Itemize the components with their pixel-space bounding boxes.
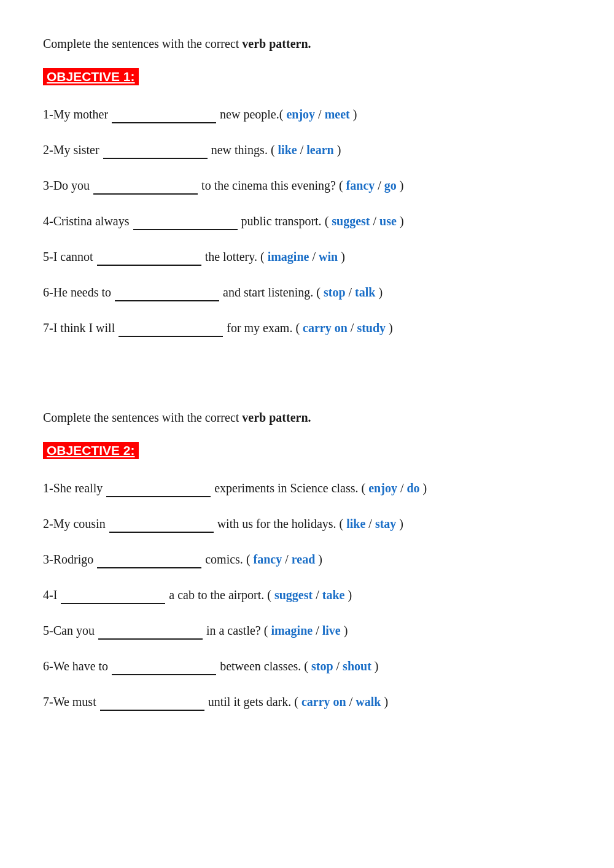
opt-open: ( [268,143,278,157]
option-word1[interactable]: enjoy [286,107,315,121]
sentence-suffix: until it gets dark. [208,695,292,708]
sentence-suffix: and start listening. [223,285,313,299]
opt-close: ) [397,214,404,228]
options-wrapper: ( stop / shout ) [301,659,378,673]
sentence-prefix: 5-Can you [43,624,95,637]
options-wrapper: ( like / learn ) [268,143,341,157]
sentence-suffix: the lottery. [205,250,257,263]
option-word2[interactable]: talk [355,285,375,299]
option-word1[interactable]: imagine [271,624,313,637]
option-word1[interactable]: fancy [346,179,375,192]
option-word2[interactable]: use [379,214,397,228]
opt-close: ) [338,250,345,263]
option-word1[interactable]: stop [324,285,346,299]
answer-blank[interactable] [100,691,204,711]
option-word1[interactable]: suggest [332,214,370,228]
sentence-item-1-5: 5-I cannot the lottery. ( imagine / win … [43,246,571,266]
option-word2[interactable]: do [406,481,419,495]
option-word2[interactable]: win [319,250,338,263]
answer-blank[interactable] [106,478,211,497]
opt-slash: / [333,659,343,673]
option-word1[interactable]: enjoy [368,481,397,495]
answer-blank[interactable] [97,246,201,266]
answer-blank[interactable] [115,282,219,301]
opt-open: ( [336,517,347,530]
answer-blank[interactable] [61,584,165,604]
sentence-prefix: 1-My mother [43,107,108,121]
opt-slash: / [313,624,322,637]
opt-open: ( [261,624,271,637]
option-word1[interactable]: stop [311,659,333,673]
sentence-suffix: public transport. [241,214,322,228]
opt-close: ) [315,552,322,566]
option-word1[interactable]: like [278,143,297,157]
option-word1[interactable]: like [346,517,365,530]
option-word2[interactable]: study [357,321,386,335]
answer-blank[interactable] [103,139,208,159]
sentence-prefix: 7-I think I will [43,321,115,335]
options-wrapper: ( stop / talk ) [313,285,383,299]
sentence-suffix: between classes. [220,659,301,673]
answer-blank[interactable] [109,513,214,533]
opt-close: ) [341,624,348,637]
option-word1[interactable]: imagine [268,250,309,263]
options-wrapper: ( enjoy / do ) [359,481,427,495]
answer-blank[interactable] [119,317,223,337]
section-gap [43,362,571,411]
sentence-item-1-6: 6-He needs to and start listening. ( sto… [43,282,571,301]
opt-close: ) [344,588,352,602]
options-wrapper: ( imagine / live ) [261,624,348,637]
opt-slash: / [315,107,325,121]
option-word1[interactable]: suggest [274,588,313,602]
instruction-2: Complete the sentences with the correct … [43,411,571,425]
sentence-suffix: in a castle? [206,624,261,637]
option-word2[interactable]: meet [325,107,350,121]
option-word2[interactable]: live [322,624,341,637]
sentence-list-1: 1-My mother new people.( enjoy / meet )2… [43,104,571,337]
answer-blank[interactable] [112,656,216,675]
sentence-item-2-2: 2-My cousin with us for the holidays. ( … [43,513,571,533]
answer-blank[interactable] [112,104,216,123]
sentence-suffix: experiments in Science class. [214,481,358,495]
sentence-item-2-5: 5-Can you in a castle? ( imagine / live … [43,620,571,640]
answer-blank[interactable] [98,620,203,640]
sentence-suffix: a cab to the airport. [169,588,264,602]
opt-close: ) [381,695,388,708]
sentence-item-2-1: 1-She really experiments in Science clas… [43,478,571,497]
sentence-prefix: 4-Cristina always [43,214,130,228]
option-word2[interactable]: shout [343,659,371,673]
opt-slash: / [297,143,307,157]
opt-slash: / [282,552,292,566]
answer-blank[interactable] [97,549,201,568]
sentence-suffix: new people. [220,107,279,121]
option-word2[interactable]: stay [375,517,396,530]
objective-label-1: OBJECTIVE 1: [43,68,139,85]
option-word2[interactable]: go [384,179,397,192]
option-word2[interactable]: learn [306,143,333,157]
option-word1[interactable]: fancy [254,552,282,566]
sentence-prefix: 2-My cousin [43,517,106,530]
answer-blank[interactable] [133,211,238,230]
opt-slash: / [397,481,407,495]
option-word2[interactable]: walk [356,695,381,708]
options-wrapper: ( fancy / go ) [336,179,404,192]
options-wrapper: ( imagine / win ) [257,250,345,263]
options-wrapper: ( enjoy / meet ) [279,107,357,121]
option-word2[interactable]: take [322,588,345,602]
option-word1[interactable]: carry on [303,321,348,335]
opt-slash: / [313,588,322,602]
opt-close: ) [375,285,383,299]
opt-slash: / [375,179,384,192]
opt-close: ) [371,659,379,673]
opt-close: ) [397,179,404,192]
opt-open: ( [279,107,287,121]
opt-open: ( [257,250,268,263]
options-wrapper: ( suggest / use ) [322,214,404,228]
sentence-prefix: 3-Rodrigo [43,552,93,566]
sentence-item-2-6: 6-We have to between classes. ( stop / s… [43,656,571,675]
options-wrapper: ( like / stay ) [336,517,403,530]
opt-close: ) [334,143,341,157]
option-word1[interactable]: carry on [301,695,346,708]
answer-blank[interactable] [93,175,198,195]
option-word2[interactable]: read [292,552,316,566]
